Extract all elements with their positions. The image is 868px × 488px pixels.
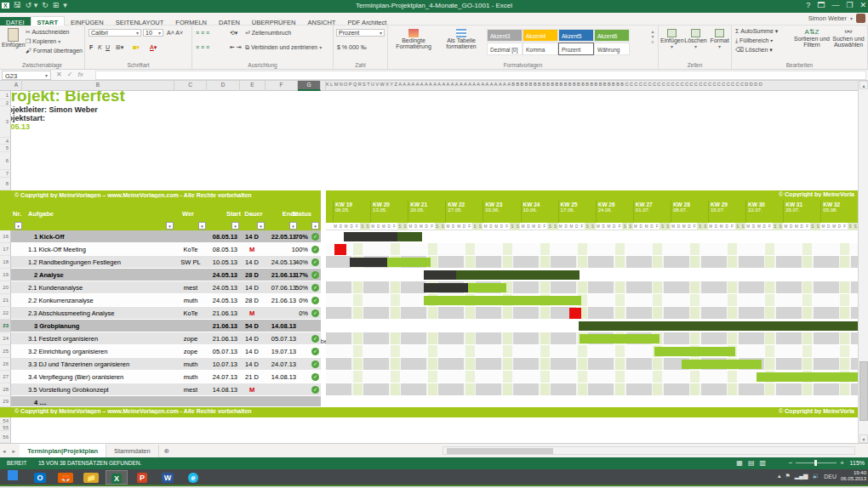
conditional-formatting-button[interactable]: Bedingte Formatierung	[390, 29, 437, 49]
table-row[interactable]: 2 Analyse24.05.1328 D21.06.1317%✓	[11, 269, 321, 281]
format-painter-button[interactable]: 🖌 Format übertragen	[26, 48, 83, 54]
filter-dropdown-icon[interactable]: ▾	[311, 222, 319, 230]
column-header-E[interactable]: E	[240, 81, 266, 91]
tray-expand-icon[interactable]: ▴	[778, 473, 781, 479]
gantt-row[interactable]	[326, 320, 858, 332]
italic-button[interactable]: K	[98, 44, 102, 50]
table-row[interactable]: 3.5 Vorstellung Grobkonzeptmest14.08.13M…	[11, 383, 321, 396]
cells-löschen-button[interactable]: Löschen▾	[684, 29, 707, 49]
gantt-row[interactable]	[326, 294, 858, 307]
row-header-29[interactable]: 29	[0, 396, 11, 407]
font-size-select[interactable]: 10 ▾	[143, 29, 163, 37]
row-header-2[interactable]: 2	[0, 99, 11, 106]
actioncenter-flag-icon[interactable]: ⚑	[785, 473, 790, 479]
format-as-table-button[interactable]: Als Tabelle formatieren	[439, 29, 483, 49]
cut-button[interactable]: ✂ Ausschneiden	[26, 29, 69, 36]
table-row[interactable]: 1.1 Kick-Off MeetingKoTe08.05.13M100%✓	[11, 243, 321, 256]
table-row[interactable]: 3 Grobplanung21.06.1354 D14.08.13	[11, 320, 321, 332]
restore-button[interactable]: ❐	[846, 1, 853, 9]
row-header-16[interactable]: 16	[0, 230, 11, 243]
gantt-row[interactable]	[326, 396, 858, 407]
filter-dropdown-icon[interactable]: ▾	[166, 222, 174, 230]
horizontal-scrollbar[interactable]	[443, 446, 855, 455]
minimize-button[interactable]: —	[831, 1, 839, 9]
table-row[interactable]: 2.1 Kundenanalysemest24.05.1314 D07.06.1…	[11, 281, 321, 294]
table-row[interactable]: 2.3 Abschlussmeeting AnalyseKoTe21.06.13…	[11, 307, 321, 320]
zoom-slider[interactable]	[796, 462, 837, 463]
row-header-25[interactable]: 25	[0, 345, 11, 358]
align-left-icons[interactable]: ≡ ≡ ≡	[196, 44, 209, 50]
gantt-row[interactable]	[326, 358, 858, 371]
language-indicator[interactable]: DEU	[824, 474, 837, 479]
table-row[interactable]: 3.1 Festzelt organisierenzope21.06.1314 …	[11, 332, 321, 345]
vertical-scrollbar[interactable]: ▲ ▼	[858, 81, 868, 443]
excel-taskbar-icon[interactable]: X	[106, 470, 128, 485]
zoom-in-icon[interactable]: +	[840, 459, 844, 467]
filter-dropdown-icon[interactable]: ▾	[231, 222, 239, 230]
row-header-19[interactable]: 19	[0, 269, 11, 281]
new-sheet-button[interactable]: ⊕	[161, 445, 173, 455]
row-header-27[interactable]: 27	[0, 371, 11, 383]
style-akzent6[interactable]: Akzent6	[594, 29, 630, 42]
font-family-select[interactable]: Calibri ▾	[89, 29, 141, 37]
filter-dropdown-icon[interactable]: ▾	[14, 222, 22, 230]
style-akzent4[interactable]: Akzent4	[523, 29, 558, 42]
ribbon-options-button[interactable]: 🗖	[817, 1, 825, 9]
cancel-entry-icon[interactable]: ✕	[56, 71, 62, 78]
start-button[interactable]	[2, 470, 24, 485]
style-komma[interactable]: Komma	[523, 43, 558, 55]
page-break-icon[interactable]: ▥	[759, 459, 766, 467]
align-top-icons[interactable]: ≡ ≡ ≡	[196, 30, 209, 36]
horizontal-scroll-thumb[interactable]	[447, 448, 553, 454]
zoom-out-icon[interactable]: −	[789, 459, 793, 467]
table-row[interactable]: 3.4 Verpflegung (Bier) oranisierenmuth24…	[11, 371, 321, 383]
row-header-20[interactable]: 20	[0, 281, 11, 294]
table-row[interactable]: 1.2 Randbedingungen FestlegenSW PL10.05.…	[11, 256, 321, 269]
formula-input[interactable]	[95, 71, 866, 80]
table-row[interactable]: 1 Kick-Off08.05.1314 D22.05.1370%✓	[11, 230, 321, 243]
filter-dropdown-icon[interactable]: ▾	[198, 222, 206, 230]
close-button[interactable]: ✕	[859, 1, 866, 9]
gantt-row[interactable]	[326, 281, 858, 294]
sort-filter-button[interactable]: A⇅Z Sortieren und Filtern	[793, 28, 831, 48]
merge-center-button[interactable]: ⧉ Verbinden und zentrieren ▾	[245, 44, 322, 51]
filter-dropdown-icon[interactable]: ▾	[257, 222, 265, 230]
style-akzent5[interactable]: Akzent5	[558, 29, 594, 42]
table-row[interactable]: 3.3 DJ und Tänzerinen organisierenmuth10…	[11, 358, 321, 371]
borders-icon[interactable]: ⊞▾	[116, 44, 123, 51]
scroll-up-icon[interactable]: ▲	[859, 81, 868, 89]
gantt-row[interactable]	[326, 256, 858, 269]
row-header-54[interactable]: 54	[0, 417, 11, 424]
number-format-select[interactable]: Prozent ▾	[336, 29, 385, 37]
cells-einfügen-button[interactable]: Einfügen▾	[660, 29, 683, 49]
row-header-6[interactable]: 6	[0, 152, 11, 170]
volume-icon[interactable]: 🔉	[812, 473, 819, 479]
find-select-button[interactable]: 👓 Suchen und Auswählen	[831, 28, 866, 48]
table-row[interactable]: 4 ....	[11, 396, 321, 407]
bold-button[interactable]: F	[89, 44, 93, 50]
network-icon[interactable]: ▂▄▆	[795, 473, 808, 479]
powerpoint-taskbar-icon[interactable]: P	[131, 470, 153, 485]
fill-button[interactable]: ⤓ Füllbereich ▾	[735, 37, 773, 44]
word-taskbar-icon[interactable]: W	[157, 470, 179, 485]
style-dezimal0[interactable]: Dezimal [0]	[487, 43, 523, 55]
column-header-B[interactable]: B	[22, 81, 174, 91]
fill-color-icon[interactable]: ◙▾	[133, 44, 140, 51]
row-header-4[interactable]: 4	[0, 138, 11, 145]
wrap-text-button[interactable]: ⏎ Zeilenumbruch	[245, 30, 291, 37]
confirm-entry-icon[interactable]: ✓	[67, 71, 73, 78]
row-header-8[interactable]: 8	[0, 178, 11, 190]
row-header-56[interactable]: 56	[0, 431, 11, 443]
clear-button[interactable]: ⌫ Löschen ▾	[735, 47, 773, 54]
row-header-17[interactable]: 17	[0, 243, 11, 256]
sheet-nav-left-icon[interactable]: ◂	[0, 445, 9, 455]
page-layout-icon[interactable]: ▤	[748, 459, 755, 467]
row-header-3[interactable]: 3	[0, 106, 11, 138]
worksheet[interactable]: ABCDEFGKLMNOPQRSTUVWXYZAAAAAAAAAAAAAAAAA…	[0, 81, 868, 443]
gantt-row[interactable]	[326, 269, 858, 281]
gantt-row[interactable]	[326, 332, 858, 345]
table-row[interactable]: 2.2 Konkurrenzanalysemuth24.05.1328 D21.…	[11, 294, 321, 307]
row-header-5[interactable]: 5	[0, 145, 11, 152]
firefox-taskbar-icon[interactable]: 🦊	[54, 470, 77, 485]
gantt-row[interactable]	[326, 243, 858, 256]
